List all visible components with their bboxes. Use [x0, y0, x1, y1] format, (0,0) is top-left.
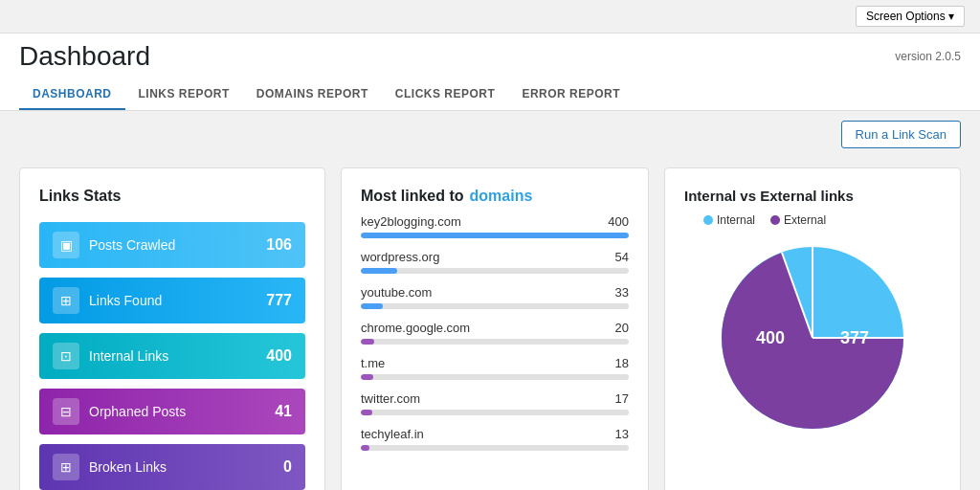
chart-legend: Internal External [703, 213, 826, 227]
domain-bar-track [361, 268, 629, 274]
domain-bar-track [361, 303, 629, 309]
stat-item: ⊞ Broken Links 0 [39, 444, 305, 490]
chart-panel: Internal vs External links Internal Exte… [664, 167, 961, 490]
stat-item: ⊞ Links Found 777 [39, 278, 305, 323]
domain-row: key2blogging.com 400 [361, 214, 629, 238]
domains-title-link[interactable]: domains [470, 188, 533, 205]
stat-icon: ⊟ [53, 398, 79, 425]
domain-list: key2blogging.com 400 wordpress.org 54 yo… [361, 214, 629, 451]
domain-count: 33 [615, 285, 629, 300]
tab-domains-report[interactable]: DOMAINS REPORT [243, 79, 382, 110]
domain-name: twitter.com [361, 391, 420, 406]
stat-item: ⊟ Orphaned Posts 41 [39, 389, 305, 434]
domain-name: wordpress.org [361, 250, 439, 264]
domains-title-plain: Most linked to [361, 188, 464, 205]
stat-icon: ⊞ [53, 454, 79, 480]
legend-label: External [784, 213, 826, 227]
run-scan-button[interactable]: Run a Link Scan [841, 121, 961, 148]
domain-count: 54 [615, 250, 629, 264]
domain-bar-track [361, 339, 629, 345]
stat-items-list: ▣ Posts Crawled 106 ⊞ Links Found 777 ⊡ … [39, 222, 305, 490]
main-header: Dashboard version 2.0.5 DASHBOARD LINKS … [0, 33, 980, 111]
domain-bar-track [361, 410, 629, 415]
domain-bar-fill [361, 268, 397, 274]
legend-item: Internal [703, 213, 755, 227]
domain-bar-fill [361, 339, 374, 345]
domain-bar-fill [361, 445, 369, 451]
version-label: version 2.0.5 [895, 50, 961, 63]
domain-count: 400 [608, 214, 629, 229]
page-title: Dashboard [19, 41, 150, 72]
stat-item: ▣ Posts Crawled 106 [39, 222, 305, 268]
stat-item-left: ▣ Posts Crawled [53, 232, 175, 258]
domain-row: chrome.google.com 20 [361, 321, 629, 345]
domain-count: 17 [615, 391, 629, 406]
tab-clicks-report[interactable]: CLICKS REPORT [382, 79, 509, 110]
stat-label: Internal Links [89, 348, 168, 364]
pie-label-internal: 400 [756, 328, 785, 348]
domain-name: youtube.com [361, 285, 432, 300]
stat-label: Broken Links [89, 459, 167, 475]
domain-row: twitter.com 17 [361, 391, 629, 415]
domain-name: techyleaf.in [361, 427, 424, 441]
stat-icon: ▣ [53, 232, 79, 258]
legend-label: Internal [717, 213, 755, 227]
screen-options-label: Screen Options ▾ [866, 10, 954, 23]
domain-name: key2blogging.com [361, 214, 461, 229]
content-area: Links Stats ▣ Posts Crawled 106 ⊞ Links … [0, 158, 980, 490]
pie-svg [717, 242, 908, 434]
domain-bar-fill [361, 374, 373, 380]
stat-item-left: ⊟ Orphaned Posts [53, 398, 186, 425]
stat-label: Orphaned Posts [89, 404, 186, 419]
domain-bar-fill [361, 303, 383, 309]
domain-bar-fill [361, 410, 372, 415]
links-stats-title: Links Stats [39, 188, 305, 205]
stat-item: ⊡ Internal Links 400 [39, 333, 305, 379]
domains-panel: Most linked to domains key2blogging.com … [341, 167, 649, 490]
stat-count: 0 [283, 458, 292, 476]
nav-tabs: DASHBOARD LINKS REPORT DOMAINS REPORT CL… [19, 79, 961, 110]
domains-panel-title: Most linked to domains [361, 188, 629, 205]
screen-options-button[interactable]: Screen Options ▾ [856, 6, 965, 27]
legend-dot [703, 215, 713, 225]
stat-label: Links Found [89, 293, 162, 308]
domain-row: youtube.com 33 [361, 285, 629, 309]
toolbar: Run a Link Scan [0, 111, 980, 158]
stat-count: 400 [266, 347, 292, 365]
pie-chart: 377 400 [717, 242, 908, 434]
stat-count: 41 [275, 403, 292, 420]
tab-error-report[interactable]: ERROR REPORT [508, 79, 634, 110]
domain-row: techyleaf.in 13 [361, 427, 629, 451]
domain-bar-track [361, 445, 629, 451]
top-bar: Screen Options ▾ [0, 0, 980, 33]
tab-links-report[interactable]: LINKS REPORT [125, 79, 243, 110]
domain-row: wordpress.org 54 [361, 250, 629, 274]
chart-title: Internal vs External links [684, 188, 854, 204]
stat-item-left: ⊞ Links Found [53, 287, 162, 314]
legend-dot [770, 215, 780, 225]
pie-label-external: 377 [840, 328, 869, 348]
stat-count: 106 [266, 236, 292, 254]
legend-item: External [770, 213, 826, 227]
domain-bar-track [361, 233, 629, 238]
domain-count: 20 [615, 321, 629, 335]
domain-bar-track [361, 374, 629, 380]
domain-count: 18 [615, 356, 629, 370]
stat-count: 777 [266, 292, 292, 309]
stat-icon: ⊞ [53, 287, 79, 314]
domain-name: chrome.google.com [361, 321, 470, 335]
domain-count: 13 [615, 427, 629, 441]
stat-label: Posts Crawled [89, 237, 175, 253]
domain-bar-fill [361, 233, 629, 238]
links-stats-panel: Links Stats ▣ Posts Crawled 106 ⊞ Links … [19, 167, 325, 490]
domain-row: t.me 18 [361, 356, 629, 380]
tab-dashboard[interactable]: DASHBOARD [19, 79, 125, 110]
stat-item-left: ⊡ Internal Links [53, 343, 168, 369]
stat-icon: ⊡ [53, 343, 79, 369]
stat-item-left: ⊞ Broken Links [53, 454, 167, 480]
domain-name: t.me [361, 356, 385, 370]
